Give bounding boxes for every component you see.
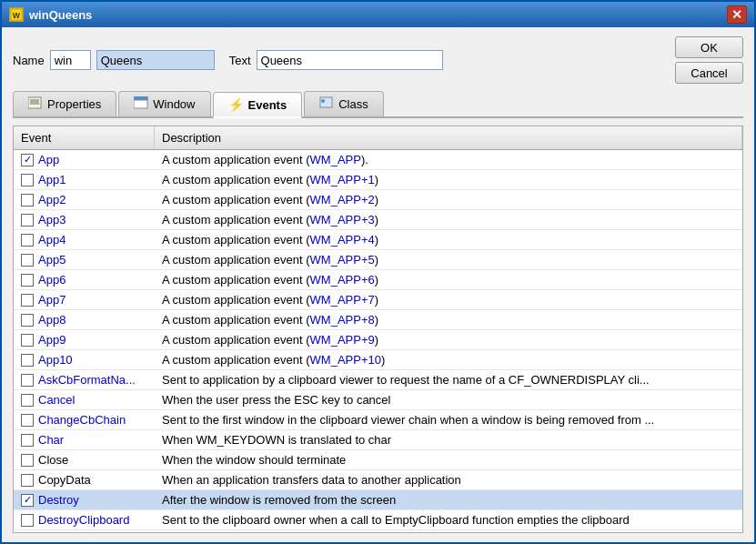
titlebar-left: W winQueens	[9, 7, 92, 22]
event-cell: App4	[14, 231, 155, 248]
tabs-row: Properties Window ⚡ Events	[13, 91, 743, 118]
properties-icon	[28, 96, 43, 112]
table-row[interactable]: CloseWhen the window should terminate	[14, 450, 742, 470]
event-checkbox[interactable]	[21, 494, 34, 507]
text-input[interactable]	[257, 50, 443, 70]
event-checkbox[interactable]	[21, 454, 34, 467]
tab-class-label: Class	[338, 97, 368, 111]
table-row[interactable]: App10A custom application event (WM_APP+…	[14, 350, 742, 370]
event-checkbox[interactable]	[21, 434, 34, 447]
description-link[interactable]: WM_APP+9	[310, 333, 375, 347]
event-checkbox[interactable]	[21, 414, 34, 427]
event-cell: AskCbFormatNa...	[14, 371, 155, 388]
win-input[interactable]	[50, 50, 91, 70]
event-cell: Close	[14, 451, 155, 468]
tab-window[interactable]: Window	[118, 91, 210, 116]
event-cell: DestroyClipboard	[14, 511, 155, 529]
event-checkbox[interactable]	[21, 294, 34, 307]
table-row[interactable]: App1A custom application event (WM_APP+1…	[14, 170, 742, 190]
description-link[interactable]: WM_APP+7	[310, 293, 375, 307]
event-checkbox[interactable]	[21, 334, 34, 347]
event-cell: App9	[14, 331, 155, 348]
event-cell: App1	[14, 171, 155, 188]
table-body[interactable]: AppA custom application event (WM_APP).A…	[14, 150, 742, 532]
tab-events[interactable]: ⚡ Events	[213, 92, 303, 118]
description-link[interactable]: WM_APP+2	[310, 193, 375, 207]
description-link[interactable]: WM_APP+1	[310, 173, 375, 186]
event-name: App4	[38, 233, 66, 247]
event-checkbox[interactable]	[21, 274, 34, 287]
table-row[interactable]: App4A custom application event (WM_APP+4…	[14, 230, 742, 250]
description-link[interactable]: WM_APP+8	[310, 313, 375, 327]
table-row[interactable]: CancelWhen the user press the ESC key to…	[14, 390, 742, 410]
event-name: Close	[38, 453, 68, 467]
description-link[interactable]: WM_APP+4	[310, 233, 375, 247]
queens-input[interactable]	[96, 50, 215, 70]
table-row[interactable]: DestroyClipboardSent to the clipboard ow…	[14, 510, 742, 530]
description-cell: A custom application event (WM_APP+6)	[155, 271, 742, 288]
event-name: AskCbFormatNa...	[38, 373, 136, 387]
event-cell: Char	[14, 431, 155, 448]
description-cell: After the window is removed from the scr…	[155, 491, 742, 509]
event-checkbox[interactable]	[21, 174, 34, 186]
event-name: App3	[38, 213, 66, 227]
description-cell: A custom application event (WM_APP+3)	[155, 211, 742, 228]
table-row[interactable]: App5A custom application event (WM_APP+5…	[14, 250, 742, 270]
description-cell: A custom application event (WM_APP+5)	[155, 251, 742, 268]
description-cell: A custom application event (WM_APP+2)	[155, 191, 742, 208]
tab-class[interactable]: Class	[304, 91, 384, 116]
table-row[interactable]: App8A custom application event (WM_APP+8…	[14, 310, 742, 330]
table-row[interactable]: DestroyAfter the window is removed from …	[14, 490, 742, 510]
name-label: Name	[13, 54, 45, 67]
table-row[interactable]: ChangeCbChainSent to the first window in…	[14, 410, 742, 430]
event-checkbox[interactable]	[21, 234, 34, 247]
event-name: App8	[38, 313, 66, 327]
event-cell: App8	[14, 311, 155, 328]
svg-rect-7	[134, 96, 147, 100]
close-button[interactable]: ✕	[727, 5, 747, 24]
event-name: Char	[38, 433, 64, 447]
svg-text:W: W	[13, 11, 21, 20]
description-link[interactable]: WM_APP+6	[310, 273, 375, 287]
event-cell: CopyData	[14, 471, 155, 489]
description-link[interactable]: WM_APP+5	[310, 253, 375, 267]
event-checkbox[interactable]	[21, 474, 34, 487]
table-row[interactable]: App6A custom application event (WM_APP+6…	[14, 270, 742, 290]
event-name: Cancel	[38, 393, 75, 407]
table-row[interactable]: CopyDataWhen an application transfers da…	[14, 470, 742, 490]
tab-properties-label: Properties	[47, 97, 101, 111]
events-table: Event Description AppA custom applicatio…	[13, 126, 743, 533]
event-checkbox[interactable]	[21, 154, 34, 166]
event-checkbox[interactable]	[21, 354, 34, 367]
description-link[interactable]: WM_APP+3	[310, 213, 375, 227]
event-checkbox[interactable]	[21, 194, 34, 207]
description-cell: A custom application event (WM_APP+7)	[155, 291, 742, 308]
event-checkbox[interactable]	[21, 254, 34, 267]
table-row[interactable]: App3A custom application event (WM_APP+3…	[14, 210, 742, 230]
description-cell: Sent to the clipboard owner when a call …	[155, 511, 742, 529]
ok-button[interactable]: OK	[675, 36, 743, 58]
event-checkbox[interactable]	[21, 214, 34, 227]
event-checkbox[interactable]	[21, 314, 34, 327]
tab-window-label: Window	[153, 97, 195, 111]
table-row[interactable]: App2A custom application event (WM_APP+2…	[14, 190, 742, 210]
table-row[interactable]: AppA custom application event (WM_APP).	[14, 150, 742, 170]
event-cell: Cancel	[14, 391, 155, 408]
cancel-button[interactable]: Cancel	[675, 62, 743, 84]
event-checkbox[interactable]	[21, 394, 34, 407]
table-row[interactable]: App7A custom application event (WM_APP+7…	[14, 290, 742, 310]
event-cell: ChangeCbChain	[14, 411, 155, 428]
description-cell: Sent to application by a clipboard viewe…	[155, 371, 742, 388]
description-link[interactable]: WM_APP+10	[310, 353, 381, 367]
description-cell: When the window should terminate	[155, 451, 742, 468]
event-checkbox[interactable]	[21, 374, 34, 387]
tab-properties[interactable]: Properties	[13, 91, 116, 116]
table-row[interactable]: AskCbFormatNa...Sent to application by a…	[14, 370, 742, 390]
header-fields: Name Text	[13, 50, 668, 70]
description-cell: A custom application event (WM_APP+8)	[155, 311, 742, 328]
description-link[interactable]: WM_APP	[310, 153, 361, 166]
table-row[interactable]: App9A custom application event (WM_APP+9…	[14, 330, 742, 350]
event-cell: App5	[14, 251, 155, 268]
table-row[interactable]: CharWhen WM_KEYDOWN is translated to cha…	[14, 430, 742, 450]
event-checkbox[interactable]	[21, 514, 34, 527]
